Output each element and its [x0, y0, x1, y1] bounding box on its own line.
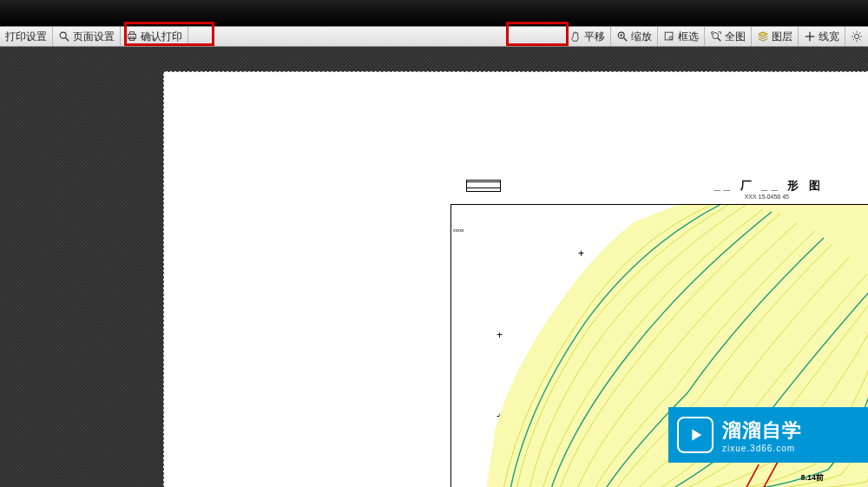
- svg-marker-24: [692, 430, 701, 441]
- layers-label: 图层: [772, 30, 792, 44]
- line-width-button[interactable]: 线宽: [799, 27, 845, 46]
- svg-rect-3: [129, 32, 134, 35]
- watermark: 溜溜自学 zixue.3d66.com: [668, 407, 868, 463]
- page-setup-label: 页面设置: [73, 30, 115, 44]
- layers-icon: [757, 30, 769, 43]
- box-select-button[interactable]: 框选: [658, 27, 705, 46]
- line-width-label: 线宽: [819, 30, 839, 44]
- extra-button[interactable]: [845, 27, 868, 46]
- svg-point-15: [854, 34, 858, 38]
- zoom-button[interactable]: 缩放: [611, 27, 658, 46]
- plus-icon: [804, 30, 816, 43]
- svg-line-1: [66, 38, 69, 42]
- zoom-label: 缩放: [631, 30, 652, 44]
- page-setup-button[interactable]: 页面设置: [53, 27, 121, 46]
- print-settings-button[interactable]: 打印设置: [0, 27, 53, 46]
- svg-line-22: [853, 39, 854, 40]
- layers-button[interactable]: 图层: [752, 27, 799, 46]
- magnify-icon: [58, 30, 70, 43]
- hand-icon: [569, 30, 582, 43]
- play-icon: [677, 417, 713, 453]
- full-view-button[interactable]: 全图: [705, 27, 752, 46]
- window-titlebar: [0, 0, 868, 26]
- svg-line-21: [859, 39, 860, 40]
- full-icon: [710, 30, 722, 43]
- legend-hatch-box: [466, 180, 501, 192]
- svg-point-0: [60, 32, 66, 38]
- main-toolbar: 打印设置 页面设置 确认打印 平移 缩放: [0, 26, 868, 47]
- svg-rect-9: [665, 32, 673, 40]
- watermark-title: 溜溜自学: [722, 418, 802, 444]
- magnify-icon: [616, 30, 628, 43]
- full-view-label: 全图: [725, 30, 746, 44]
- print-settings-label: 打印设置: [5, 30, 47, 44]
- pan-button[interactable]: 平移: [564, 27, 611, 46]
- confirm-print-button[interactable]: 确认打印: [121, 27, 188, 46]
- dimension-label: 8.14前: [800, 472, 824, 484]
- svg-line-12: [718, 38, 721, 42]
- svg-line-20: [853, 33, 854, 34]
- toolbar-spacer: [188, 27, 564, 46]
- pan-label: 平移: [584, 30, 605, 44]
- box-select-label: 框选: [678, 30, 699, 44]
- watermark-url: zixue.3d66.com: [722, 444, 802, 453]
- gear-icon: [851, 30, 863, 43]
- map-subtitle: XXX 15-0458 45: [745, 194, 789, 200]
- toolbar-right-group: 平移 缩放 框选 全图 图层: [564, 27, 868, 46]
- canvas-workspace[interactable]: __ 厂 __ 形 图 XXX 15-0458 45 xxxxx + + + +…: [0, 47, 868, 487]
- printer-icon: [126, 30, 138, 43]
- svg-point-11: [713, 33, 719, 39]
- map-title: __ 厂 __ 形 图: [714, 178, 824, 194]
- svg-line-6: [624, 38, 628, 42]
- toolbar-left-group: 打印设置 页面设置 确认打印: [0, 27, 188, 46]
- box-icon: [663, 30, 675, 43]
- svg-line-23: [859, 33, 860, 34]
- svg-point-10: [669, 36, 673, 40]
- confirm-print-label: 确认打印: [141, 30, 182, 44]
